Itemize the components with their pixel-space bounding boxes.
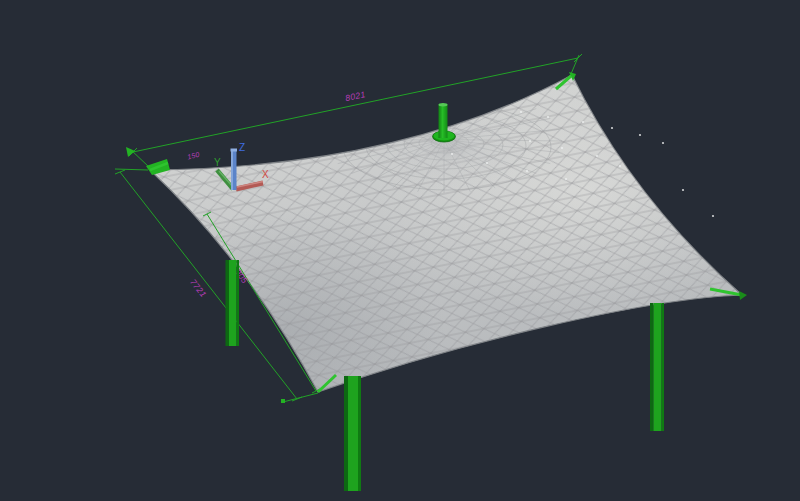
- column-left[interactable]: [226, 260, 240, 346]
- mast-shaft: [439, 105, 448, 139]
- cad-viewport[interactable]: 8021 7721 905 150: [0, 0, 800, 501]
- ucs-z-label: Z: [239, 142, 245, 153]
- mast-cap: [439, 103, 448, 106]
- column-right[interactable]: [650, 303, 664, 431]
- ucs-z-highlight: [231, 150, 233, 190]
- ucs-y-label: Y: [214, 157, 221, 168]
- anchor-marker: [281, 399, 285, 403]
- column-bottom[interactable]: [344, 376, 361, 491]
- ucs-z-cap: [231, 149, 238, 152]
- ucs-x-label: X: [262, 169, 269, 180]
- viewport-canvas[interactable]: 8021 7721 905 150: [0, 0, 800, 501]
